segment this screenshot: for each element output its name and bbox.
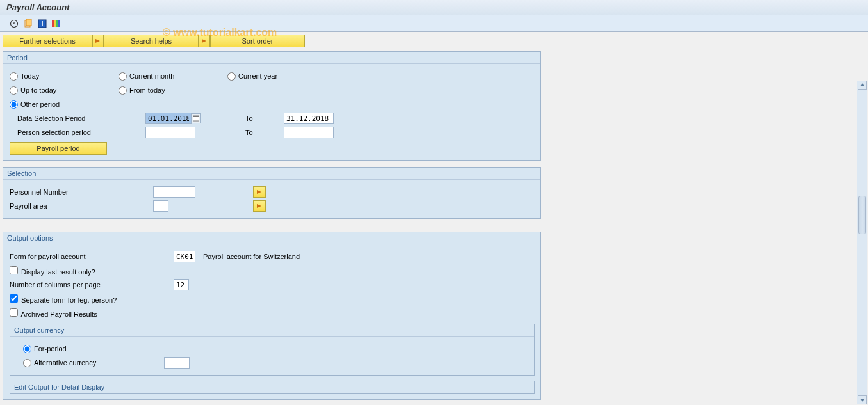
radio-up-to-today-label: Up to today xyxy=(20,86,56,94)
output-currency-group: Output currency For-period Alternative xyxy=(10,324,535,376)
get-variant-icon[interactable] xyxy=(23,19,33,29)
archived-results-label: Archived Payroll Results xyxy=(20,310,97,318)
svg-text:i: i xyxy=(41,20,43,28)
data-selection-from-input[interactable] xyxy=(145,113,192,124)
edit-output-group: Edit Output for Detail Display xyxy=(10,381,535,394)
radio-up-to-today[interactable]: Up to today xyxy=(10,86,119,95)
personnel-number-input[interactable] xyxy=(153,186,195,198)
output-options-title: Output options xyxy=(3,232,540,244)
radio-for-period-label: For-period xyxy=(34,345,67,353)
payroll-area-multi-select[interactable] xyxy=(253,200,266,212)
svg-rect-5 xyxy=(52,20,54,27)
sort-order-arrow[interactable] xyxy=(199,35,210,47)
scrollbar-down-arrow[interactable] xyxy=(858,395,867,404)
radio-alt-currency-label: Alternative currency xyxy=(34,359,96,367)
alt-currency-input[interactable] xyxy=(164,357,190,369)
personnel-number-multi-select[interactable] xyxy=(253,186,266,198)
information-icon[interactable]: i xyxy=(37,19,47,29)
num-cols-label: Number of columns per page xyxy=(10,281,174,289)
form-code-input[interactable] xyxy=(174,251,195,262)
archived-results-checkbox[interactable]: Archived Payroll Results xyxy=(10,308,97,318)
payroll-period-button[interactable]: Payroll period xyxy=(10,142,107,155)
search-helps-arrow[interactable] xyxy=(92,35,104,47)
svg-rect-10 xyxy=(193,116,199,117)
radio-current-month[interactable]: Current month xyxy=(119,72,227,81)
svg-rect-7 xyxy=(56,20,58,27)
data-selection-period-label: Data Selection Period xyxy=(17,115,145,122)
to-label-2: To xyxy=(245,129,284,136)
form-payroll-label: Form for payroll account xyxy=(10,253,174,260)
display-last-label: Display last result only? xyxy=(21,268,95,276)
edit-output-title: Edit Output for Detail Display xyxy=(10,381,534,393)
to-label-1: To xyxy=(245,115,284,122)
radio-today-label: Today xyxy=(20,72,39,80)
person-selection-from-input[interactable] xyxy=(145,127,195,138)
rainbow-icon[interactable] xyxy=(51,19,61,29)
period-group: Period Today Current month Current year xyxy=(3,51,541,161)
output-options-group: Output options Form for payroll account … xyxy=(3,232,541,400)
scrollbar-thumb[interactable] xyxy=(858,196,866,234)
person-selection-period-label: Person selection period xyxy=(17,129,145,136)
selection-buttons-row: Further selections Search helps Sort ord… xyxy=(3,35,865,47)
vertical-scrollbar[interactable] xyxy=(857,81,867,404)
radio-other-period-label: Other period xyxy=(20,100,60,108)
calendar-icon[interactable] xyxy=(192,113,201,123)
separate-form-checkbox[interactable]: Separate form for leg. person? xyxy=(10,294,117,304)
svg-rect-2 xyxy=(26,19,31,26)
person-selection-to-input[interactable] xyxy=(284,127,334,138)
radio-current-year[interactable]: Current year xyxy=(227,72,336,81)
payroll-area-input[interactable] xyxy=(153,200,168,212)
app-toolbar: i xyxy=(0,15,868,32)
payroll-area-label: Payroll area xyxy=(10,202,153,210)
display-last-checkbox[interactable]: Display last result only? xyxy=(10,266,95,276)
radio-current-month-label: Current month xyxy=(129,72,174,80)
further-selections-button[interactable]: Further selections xyxy=(3,35,92,47)
execute-icon[interactable] xyxy=(9,19,19,29)
scrollbar-up-arrow[interactable] xyxy=(858,81,867,90)
sort-order-button[interactable]: Sort order xyxy=(210,35,305,47)
svg-rect-8 xyxy=(58,20,60,27)
form-desc-label: Payroll account for Switzerland xyxy=(203,253,300,260)
radio-today[interactable]: Today xyxy=(10,72,119,81)
radio-current-year-label: Current year xyxy=(238,72,277,80)
page-title: Payroll Account xyxy=(6,3,69,12)
radio-for-period[interactable]: For-period xyxy=(23,345,67,353)
period-group-title: Period xyxy=(3,52,540,64)
num-cols-input[interactable] xyxy=(174,279,189,290)
selection-group-title: Selection xyxy=(3,168,540,180)
personnel-number-label: Personnel Number xyxy=(10,188,153,196)
output-currency-title: Output currency xyxy=(10,324,534,337)
radio-from-today-label: From today xyxy=(129,86,165,94)
radio-alt-currency[interactable]: Alternative currency xyxy=(23,359,164,367)
svg-rect-6 xyxy=(54,20,56,27)
separate-form-label: Separate form for leg. person? xyxy=(21,296,117,304)
title-bar: Payroll Account xyxy=(0,0,868,15)
data-selection-to-input[interactable] xyxy=(284,113,334,124)
selection-group: Selection Personnel Number Payroll area xyxy=(3,167,541,219)
radio-from-today[interactable]: From today xyxy=(119,86,227,95)
main-content: Further selections Search helps Sort ord… xyxy=(0,32,868,405)
radio-other-period[interactable]: Other period xyxy=(10,100,119,109)
search-helps-button[interactable]: Search helps xyxy=(104,35,199,47)
